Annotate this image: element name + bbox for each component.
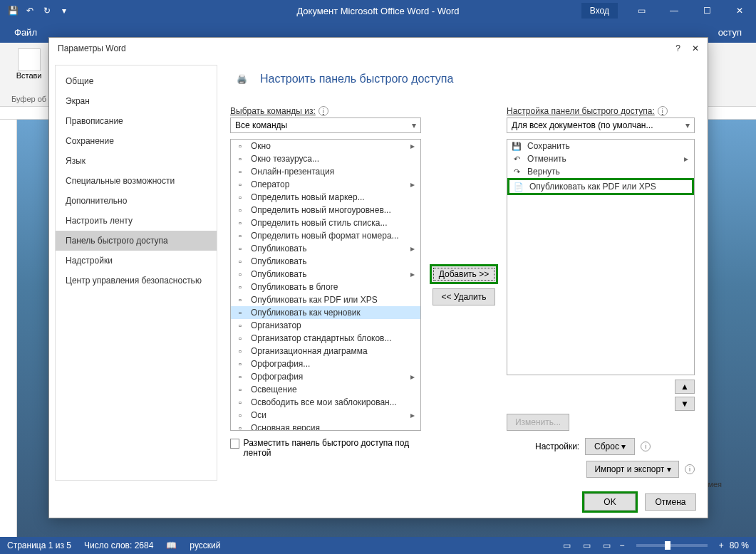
modify-button: Изменить... <box>507 414 569 431</box>
undo-icon[interactable]: ↶ <box>24 5 36 16</box>
sidebar-item[interactable]: Центр управления безопасностью <box>56 271 217 291</box>
command-icon: ▫ <box>234 140 247 152</box>
list-item[interactable]: ▫Определить новый стиль списка... <box>231 216 420 229</box>
settings-label: Настройки: <box>535 441 579 451</box>
list-item[interactable]: ▫Оси▸ <box>231 409 420 422</box>
save-icon[interactable]: 💾 <box>7 5 19 16</box>
list-item[interactable]: ▫Организатор <box>231 319 420 332</box>
tab-file[interactable]: Файл <box>6 27 46 38</box>
list-item[interactable]: ▫Определить новый маркер... <box>231 191 420 204</box>
list-item[interactable]: ▫Определить новый многоуровнев... <box>231 204 420 216</box>
ok-button[interactable]: OK <box>584 493 636 511</box>
paste-icon[interactable] <box>18 48 41 71</box>
sidebar-item[interactable]: Настроить ленту <box>56 211 217 231</box>
info-icon[interactable]: i <box>641 441 651 451</box>
paste-label: Встави <box>16 71 42 80</box>
status-page[interactable]: Страница 1 из 5 <box>7 540 71 550</box>
qat-below-ribbon-label: Разместить панель быстрого доступа под л… <box>244 438 415 458</box>
sidebar-item[interactable]: Правописание <box>56 111 217 131</box>
reset-button[interactable]: Сброс ▾ <box>585 438 635 455</box>
tab-share[interactable]: оступ <box>710 27 750 38</box>
maximize-icon[interactable]: ☐ <box>690 0 723 21</box>
move-up-button[interactable]: ▲ <box>675 380 695 394</box>
list-item[interactable]: ▫Освободить все мои заблокирован... <box>231 396 420 409</box>
sidebar-item[interactable]: Экран <box>56 91 217 111</box>
list-item[interactable]: ▫Опубликовать <box>231 255 420 268</box>
list-item[interactable]: ▫Оператор▸ <box>231 178 420 191</box>
sidebar-item[interactable]: Сохранение <box>56 131 217 151</box>
list-item[interactable]: ▫Опубликовать в блоге <box>231 281 420 293</box>
info-icon[interactable]: i <box>319 106 328 116</box>
submenu-arrow-icon: ▸ <box>410 141 418 151</box>
options-sidebar: ОбщиеЭкранПравописаниеСохранениеЯзыкСпец… <box>55 65 217 481</box>
list-item[interactable]: ▫Орфография... <box>231 357 420 370</box>
list-item[interactable]: ▫Организатор стандартных блоков... <box>231 332 420 345</box>
list-item[interactable]: ▫Определить новый формат номера... <box>231 229 420 242</box>
signin-button[interactable]: Вход <box>581 3 618 19</box>
close-icon[interactable]: ✕ <box>723 0 756 21</box>
list-item[interactable]: ▫Основная версия <box>231 422 420 430</box>
sidebar-item[interactable]: Язык <box>56 151 217 171</box>
zoom-in-icon[interactable]: + <box>719 540 724 550</box>
view-web-icon[interactable]: ▭ <box>600 540 614 551</box>
list-item[interactable]: ▫Окно тезауруса... <box>231 152 420 165</box>
remove-button[interactable]: << Удалить <box>433 288 495 305</box>
command-icon: ▫ <box>234 333 247 344</box>
list-item[interactable]: ▫Опубликовать▸ <box>231 242 420 255</box>
customize-scope-combo[interactable]: Для всех документов (по умолчан... <box>507 117 695 133</box>
redo-icon[interactable]: ↻ <box>41 5 53 16</box>
status-proofing-icon[interactable]: 📖 <box>166 540 177 550</box>
sidebar-item[interactable]: Дополнительно <box>56 191 217 211</box>
qat-commands-list[interactable]: 💾Сохранить↶Отменить▸↷Вернуть📄Опубликоват… <box>507 139 695 375</box>
zoom-level[interactable]: 80 % <box>730 540 749 550</box>
list-item[interactable]: ↷Вернуть <box>507 165 694 178</box>
list-item[interactable]: ▫Опубликовать как PDF или XPS <box>231 293 420 306</box>
minimize-icon[interactable]: — <box>658 0 690 21</box>
list-item[interactable]: ▫Опубликовать▸ <box>231 268 420 281</box>
dialog-close-icon[interactable]: ✕ <box>692 43 699 53</box>
command-icon: ▫ <box>234 371 247 382</box>
import-export-button[interactable]: Импорт и экспорт ▾ <box>586 461 679 478</box>
info-icon[interactable]: i <box>658 106 668 116</box>
info-icon[interactable]: i <box>685 464 695 474</box>
command-icon: 📄 <box>512 181 525 192</box>
command-icon: ▫ <box>234 384 247 395</box>
list-item[interactable]: ▫Онлайн-презентация <box>231 165 420 178</box>
list-item[interactable]: 💾Сохранить <box>507 140 694 152</box>
command-icon: ▫ <box>234 166 247 177</box>
clipboard-group-label: Буфер об <box>11 95 46 103</box>
ribbon-options-icon[interactable]: ▭ <box>625 0 658 21</box>
list-item[interactable]: ▫Организационная диаграмма <box>231 345 420 357</box>
list-item[interactable]: ▫Освещение <box>231 383 420 396</box>
available-commands-list[interactable]: ▫Окно▸▫Окно тезауруса...▫Онлайн-презента… <box>230 139 421 431</box>
sidebar-item[interactable]: Надстройки <box>56 251 217 271</box>
sidebar-item[interactable]: Общие <box>56 71 217 91</box>
cancel-button[interactable]: Отмена <box>645 493 696 511</box>
status-language[interactable]: русский <box>190 540 220 550</box>
vertical-ruler[interactable] <box>0 120 17 537</box>
command-icon: ▫ <box>234 345 247 357</box>
view-read-icon[interactable]: ▭ <box>560 540 574 551</box>
list-item[interactable]: ▫Окно▸ <box>231 140 420 152</box>
sidebar-item[interactable]: Специальные возможности <box>56 171 217 191</box>
command-icon: 💾 <box>510 140 523 152</box>
view-print-icon[interactable]: ▭ <box>580 540 594 551</box>
submenu-arrow-icon: ▸ <box>410 372 418 382</box>
status-wordcount[interactable]: Число слов: 2684 <box>84 540 153 550</box>
choose-commands-combo[interactable]: Все команды <box>230 117 421 133</box>
list-item[interactable]: ▫Орфография▸ <box>231 370 420 383</box>
qat-dropdown-icon[interactable]: ▾ <box>58 5 70 16</box>
list-item[interactable]: ↶Отменить▸ <box>507 152 694 165</box>
command-icon: ▫ <box>234 409 247 421</box>
qat-below-ribbon-checkbox[interactable] <box>230 439 239 449</box>
sidebar-item[interactable]: Панель быстрого доступа <box>56 231 217 251</box>
command-icon: ↷ <box>510 166 523 177</box>
help-icon[interactable]: ? <box>675 43 680 53</box>
add-button[interactable]: Добавить >> <box>430 264 498 284</box>
list-item[interactable]: 📄Опубликовать как PDF или XPS <box>509 180 692 193</box>
move-down-button[interactable]: ▼ <box>675 397 695 411</box>
zoom-out-icon[interactable]: − <box>620 540 625 550</box>
zoom-slider[interactable] <box>636 544 708 547</box>
list-item[interactable]: ▫Опубликовать как черновик <box>231 306 420 319</box>
command-icon: ▫ <box>234 358 247 370</box>
